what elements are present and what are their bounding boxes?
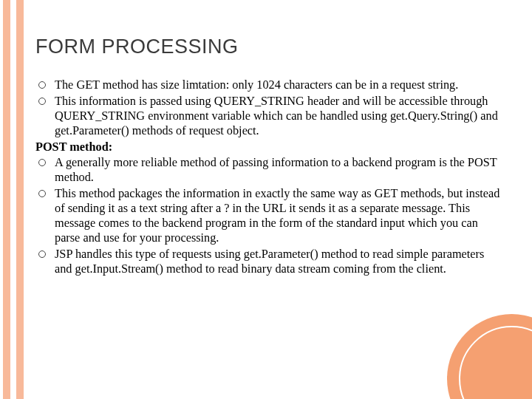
left-stripe-1 (3, 0, 10, 399)
slide-body: The GET method has size limtation: only … (35, 78, 502, 276)
slide: FORM PROCESSING The GET method has size … (0, 0, 532, 399)
list-item: This method packages the information in … (35, 186, 502, 245)
list-item: JSP handles this type of requests using … (35, 247, 502, 276)
slide-title: FORM PROCESSING (35, 35, 502, 58)
subheading-post-method: POST method: (35, 140, 502, 154)
content-area: FORM PROCESSING The GET method has size … (35, 35, 502, 277)
list-item: This information is passed using QUERY_S… (35, 94, 502, 138)
list-item: The GET method has size limtation: only … (35, 78, 502, 92)
list-item: A generally more reliable method of pass… (35, 155, 502, 185)
left-stripe-2 (16, 0, 24, 399)
